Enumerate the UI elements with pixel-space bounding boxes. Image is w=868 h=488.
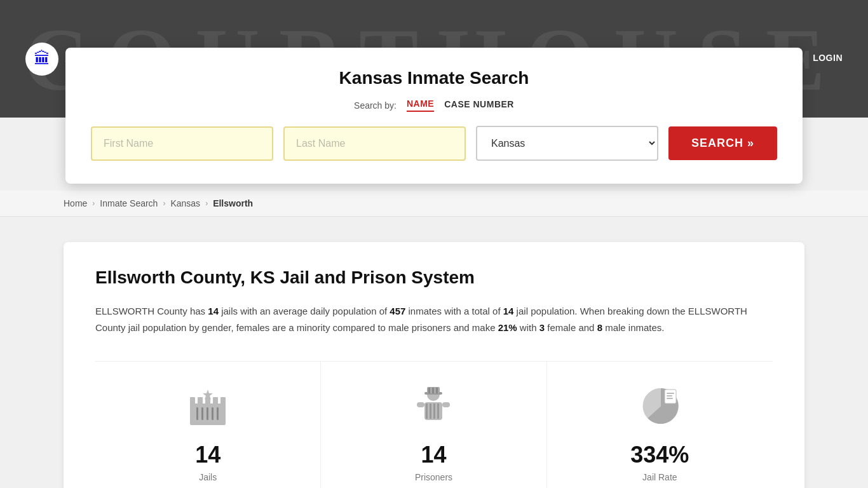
svg-rect-21 <box>433 403 435 419</box>
jail-rate-label: Jail Rate <box>642 472 677 482</box>
desc-after-male: male inmates. <box>602 322 665 333</box>
desc-before-jails: ELLSWORTH County has <box>95 306 208 316</box>
chart-icon <box>634 381 685 431</box>
svg-rect-15 <box>428 388 430 393</box>
breadcrumb-current: Ellsworth <box>213 198 253 208</box>
last-name-input[interactable] <box>283 126 466 161</box>
jails-label: Jails <box>199 472 217 482</box>
logo-icon: 🏛 <box>25 43 58 76</box>
svg-rect-24 <box>442 402 450 407</box>
jail-rate-value: 334% <box>630 442 689 468</box>
content-area: Home › Inmate Search › Kansas › Ellswort… <box>0 191 868 488</box>
svg-rect-1 <box>190 397 195 406</box>
stat-prisoners: 14 Prisoners <box>321 362 546 488</box>
svg-rect-8 <box>207 407 208 420</box>
svg-rect-2 <box>198 397 203 406</box>
jail-icon <box>182 381 233 431</box>
svg-rect-27 <box>667 393 674 394</box>
svg-rect-9 <box>212 407 214 420</box>
stat-jail-rate: 334% Jail Rate <box>547 362 773 488</box>
svg-rect-5 <box>220 397 226 406</box>
breadcrumb-kansas[interactable]: Kansas <box>170 198 200 208</box>
prisoner-icon <box>408 381 459 431</box>
breadcrumb-sep-1: › <box>92 199 95 208</box>
svg-rect-19 <box>426 403 428 419</box>
breadcrumb-inmate-search[interactable]: Inmate Search <box>100 198 158 208</box>
search-by-row: Search by: NAME CASE NUMBER <box>91 98 777 112</box>
breadcrumb-home[interactable]: Home <box>64 198 87 208</box>
stats-grid: 14 Jails <box>95 361 773 488</box>
prisoners-count: 14 <box>421 442 446 468</box>
main-content: Ellsworth County, KS Jail and Prison Sys… <box>0 217 868 488</box>
svg-rect-17 <box>436 388 438 393</box>
breadcrumb-sep-2: › <box>163 199 165 208</box>
svg-rect-16 <box>432 388 434 393</box>
prisoners-label: Prisoners <box>415 472 452 482</box>
state-select[interactable]: Kansas Alabama Alaska Arizona California… <box>476 126 658 161</box>
search-title: Kansas Inmate Search <box>91 68 777 88</box>
breadcrumb-sep-3: › <box>205 199 208 208</box>
desc-jails-count: 14 <box>208 306 219 316</box>
desc-male-count: 8 <box>597 322 602 333</box>
breadcrumb: Home › Inmate Search › Kansas › Ellswort… <box>0 191 868 217</box>
county-description: ELLSWORTH County has 14 jails with an av… <box>95 303 773 336</box>
svg-rect-29 <box>667 398 673 399</box>
search-fields: Kansas Alabama Alaska Arizona California… <box>91 126 777 161</box>
search-card: Kansas Inmate Search Search by: NAME CAS… <box>65 48 803 184</box>
svg-rect-4 <box>213 397 218 406</box>
search-button[interactable]: SEARCH » <box>668 126 777 160</box>
county-card: Ellsworth County, KS Jail and Prison Sys… <box>64 242 804 488</box>
desc-avg-population: 457 <box>390 306 405 316</box>
first-name-input[interactable] <box>91 126 273 161</box>
svg-rect-10 <box>217 407 219 420</box>
desc-female-pct: 21% <box>498 322 517 333</box>
stat-jails: 14 Jails <box>95 362 321 488</box>
desc-between-pct-female: with <box>517 322 539 333</box>
nav-login[interactable]: LOGIN <box>813 53 843 65</box>
svg-rect-22 <box>437 403 439 419</box>
tab-name[interactable]: NAME <box>407 98 434 112</box>
desc-total-jail-pop: 14 <box>503 306 514 316</box>
search-card-wrapper: Kansas Inmate Search Search by: NAME CAS… <box>65 48 803 184</box>
svg-rect-6 <box>196 407 198 420</box>
desc-between-pop-total: inmates with a total of <box>405 306 503 316</box>
jails-count: 14 <box>195 442 220 468</box>
county-title: Ellsworth County, KS Jail and Prison Sys… <box>95 268 773 288</box>
svg-rect-23 <box>417 402 424 407</box>
svg-rect-7 <box>201 407 203 420</box>
svg-rect-28 <box>667 395 672 396</box>
desc-between-female-male: female and <box>545 322 597 333</box>
svg-rect-20 <box>430 403 431 419</box>
tab-case-number[interactable]: CASE NUMBER <box>444 99 514 111</box>
desc-between-jails-pop: jails with an average daily population o… <box>219 306 390 316</box>
desc-female-count: 3 <box>539 322 545 333</box>
search-by-label: Search by: <box>354 100 397 111</box>
